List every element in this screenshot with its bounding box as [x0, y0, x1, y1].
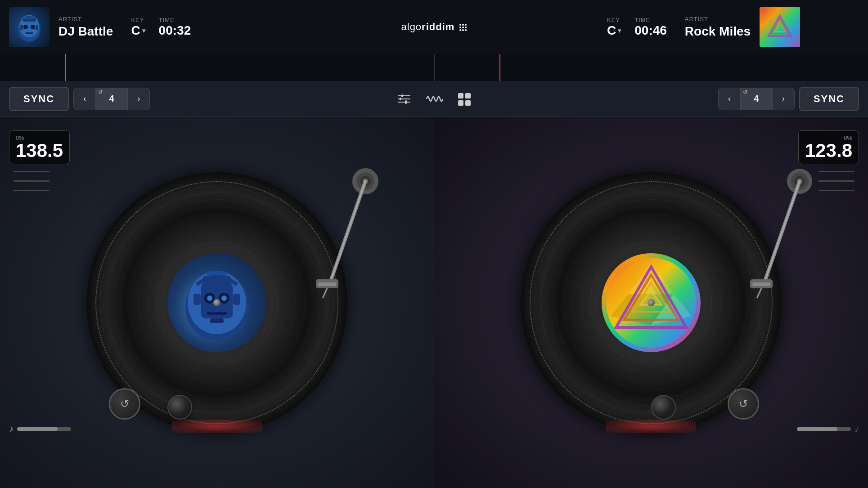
left-time-value: 00:32 — [159, 23, 191, 38]
svg-rect-22 — [465, 100, 471, 106]
left-key-value[interactable]: C ▾ — [131, 23, 145, 38]
main-decks-area: 0% 138.5 ♪ — [0, 117, 868, 488]
left-slider-1[interactable] — [13, 171, 49, 172]
waveform-right[interactable] — [435, 54, 868, 81]
right-loop-next[interactable]: › — [772, 88, 795, 110]
right-key-chevron: ▾ — [618, 27, 621, 34]
right-bpm-value: 123.8 — [805, 141, 852, 160]
left-loop-controls: ‹ 4 › — [73, 88, 150, 110]
right-slider-3[interactable] — [819, 190, 855, 191]
right-vertical-sliders — [819, 171, 855, 191]
controls-bar: SYNC ‹ 4 › — [0, 81, 868, 117]
svg-rect-6 — [26, 32, 33, 34]
left-music-note-icon: ♪ — [9, 424, 13, 434]
right-bpm-display: 0% 123.8 — [798, 130, 859, 164]
right-center-spindle — [648, 299, 655, 306]
left-bpm-value: 138.5 — [16, 141, 63, 160]
left-pitch-slider[interactable] — [17, 427, 71, 431]
top-header: ARTIST DJ Battle KEY C ▾ TIME 00:32 algo… — [0, 0, 868, 54]
svg-point-4 — [23, 25, 28, 29]
left-center-spindle — [213, 299, 220, 306]
svg-line-64 — [757, 288, 761, 298]
right-center-knob[interactable] — [651, 395, 676, 420]
left-playhead — [65, 54, 66, 81]
right-pitch-slider[interactable] — [797, 427, 851, 431]
waveform-view-button[interactable] — [426, 92, 444, 106]
right-album-art — [760, 7, 800, 47]
left-bottom-btn[interactable]: ↺ — [109, 388, 140, 420]
right-slider-2[interactable] — [819, 180, 855, 182]
left-loop-next[interactable]: › — [127, 88, 150, 110]
waveforms-area — [0, 54, 868, 81]
right-playhead — [499, 54, 500, 81]
center-logo-area: algoriddim — [279, 0, 589, 54]
left-loop-prev[interactable]: ‹ — [73, 88, 96, 110]
right-artist-label: ARTIST — [685, 16, 751, 22]
svg-rect-63 — [752, 282, 770, 286]
waveform-left[interactable] — [0, 54, 434, 81]
grid-view-button[interactable] — [457, 92, 472, 106]
right-tonearm — [737, 168, 818, 312]
left-tonearm — [302, 168, 383, 312]
logo-dots — [459, 24, 467, 31]
svg-rect-19 — [458, 93, 463, 98]
left-slider-3[interactable] — [13, 190, 49, 191]
right-time-block: TIME 00:46 — [634, 17, 667, 38]
right-music-note-icon: ♪ — [855, 424, 859, 434]
center-view-controls — [154, 92, 714, 106]
left-center-knob[interactable] — [167, 395, 192, 420]
right-turntable-glow — [606, 420, 696, 433]
left-turntable-container: ↺ — [86, 172, 347, 433]
stem-view-button[interactable] — [396, 92, 412, 106]
right-key-value[interactable]: C ▾ — [607, 23, 621, 38]
left-sync-button[interactable]: SYNC — [9, 87, 69, 111]
left-key-chevron: ▾ — [142, 27, 145, 34]
right-turntable-container: ↺ — [521, 172, 782, 433]
left-pitch-thumb — [17, 427, 58, 431]
left-key-time: KEY C ▾ TIME 00:32 — [131, 17, 191, 38]
right-sync-button[interactable]: SYNC — [799, 87, 859, 111]
left-vertical-sliders — [13, 171, 49, 191]
right-key-label: KEY — [607, 17, 621, 23]
right-key-block: KEY C ▾ — [607, 17, 621, 38]
svg-rect-34 — [207, 312, 227, 315]
svg-line-61 — [764, 181, 800, 285]
left-key-label: KEY — [131, 17, 145, 23]
left-time-label: TIME — [159, 17, 191, 23]
svg-rect-17 — [400, 98, 401, 100]
left-bpm-display: 0% 138.5 — [9, 130, 70, 164]
svg-rect-44 — [318, 282, 336, 286]
svg-point-30 — [207, 295, 212, 301]
right-deck-header: KEY C ▾ TIME 00:46 ARTIST Rock Miles — [589, 0, 868, 54]
svg-rect-8 — [36, 25, 38, 30]
left-loop-count[interactable]: 4 — [96, 88, 127, 110]
left-turntable-glow — [172, 420, 262, 433]
right-pitch-thumb — [797, 427, 837, 431]
right-loop-count[interactable]: 4 — [741, 88, 772, 110]
right-time-value: 00:46 — [634, 23, 667, 38]
left-slider-2[interactable] — [13, 180, 49, 182]
left-artist-label: ARTIST — [58, 16, 113, 22]
left-time-block: TIME 00:32 — [159, 17, 191, 38]
svg-line-42 — [329, 181, 365, 285]
left-album-art — [9, 7, 49, 47]
svg-rect-3 — [25, 16, 34, 19]
svg-line-45 — [323, 288, 327, 298]
svg-rect-35 — [210, 318, 224, 323]
left-artist-info: ARTIST DJ Battle — [58, 16, 113, 39]
right-deck: 0% 123.8 ♪ — [434, 117, 868, 488]
left-key-block: KEY C ▾ — [131, 17, 145, 38]
svg-rect-7 — [20, 25, 23, 30]
right-artist-name: Rock Miles — [685, 24, 751, 39]
svg-rect-32 — [193, 294, 201, 305]
right-pitch-area: ♪ — [797, 424, 859, 434]
svg-point-5 — [31, 25, 35, 29]
right-artist-info: ARTIST Rock Miles — [685, 16, 751, 39]
logo-text: algoriddim — [401, 21, 467, 33]
svg-rect-16 — [401, 94, 403, 97]
right-loop-prev[interactable]: ‹ — [718, 88, 741, 110]
svg-rect-18 — [405, 100, 407, 104]
right-slider-1[interactable] — [819, 171, 855, 172]
svg-point-31 — [221, 295, 227, 301]
right-bottom-btn[interactable]: ↺ — [728, 388, 759, 420]
